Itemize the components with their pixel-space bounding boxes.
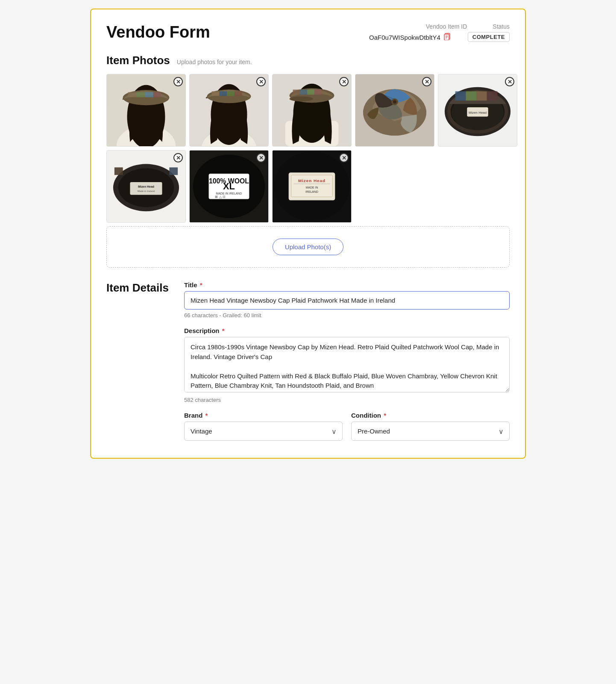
svg-rect-18 [219,91,227,96]
item-id-value: OaF0u7WISpokwDtbltY4 [369,34,440,41]
svg-rect-10 [136,92,145,97]
svg-rect-11 [145,92,153,97]
photo-6: Mizen Head Made in Ireland ✕ [106,150,186,223]
photo-8-remove[interactable]: ✕ [339,153,349,162]
page-container: Vendoo Form Vendoo Item ID Status OaF0u7… [90,9,526,459]
upload-area[interactable]: Upload Photo(s) [106,226,510,268]
condition-select[interactable]: Pre-Owned New with Tags New without Tags… [351,422,510,441]
svg-rect-9 [128,92,137,97]
brand-label: Brand * [184,412,343,419]
item-details-fields: Title * 66 characters - Grailed: 60 limi… [184,281,510,441]
photo-1: ✕ [106,74,186,147]
svg-text:MADE IN: MADE IN [306,186,318,189]
photo-8: Mizen Head MADE IN IRELAND ✕ [272,150,352,223]
item-details-label: Item Details [106,281,170,295]
condition-select-wrapper: Pre-Owned New with Tags New without Tags… [351,422,510,441]
photos-row-1: ✕ ✕ [106,74,510,147]
condition-field-group: Condition * Pre-Owned New with Tags New … [351,412,510,441]
photos-section-subtitle: Upload photos for your item. [177,59,252,65]
status-badge-wrapper: COMPLETE [468,33,510,41]
title-required-star: * [198,281,202,289]
page-header: Vendoo Form Vendoo Item ID Status OaF0u7… [106,23,510,42]
svg-text:Mizen Head: Mizen Head [298,178,326,183]
photo-5-remove[interactable]: ✕ [505,77,514,86]
svg-rect-53 [114,168,123,175]
photo-3-remove[interactable]: ✕ [339,77,349,86]
brand-select-wrapper: Vintage Mizen Head Other [184,422,343,441]
svg-rect-50 [130,182,162,195]
brand-field-group: Brand * Vintage Mizen Head Other [184,412,343,441]
item-id-label: Vendoo Item ID [426,23,467,30]
photo-6-remove[interactable]: ✕ [173,153,183,162]
item-id-row: OaF0u7WISpokwDtbltY4 [369,32,451,42]
svg-text:Mizen Head: Mizen Head [469,111,487,115]
photo-4-remove[interactable]: ✕ [422,77,431,86]
svg-rect-29 [314,90,322,95]
brand-required-star: * [203,412,208,419]
upload-button[interactable]: Upload Photo(s) [273,239,343,255]
title-field-group: Title * 66 characters - Grailed: 60 limi… [184,281,510,318]
title-input[interactable] [184,291,510,310]
svg-rect-41 [455,91,466,101]
header-right: Vendoo Item ID Status OaF0u7WISpokwDtblt… [369,23,510,42]
photo-1-remove[interactable]: ✕ [173,77,183,86]
svg-rect-42 [466,91,476,101]
title-hint: 66 characters - Grailed: 60 limit [184,312,510,318]
description-textarea[interactable]: Circa 1980s-1990s Vintage Newsboy Cap by… [184,337,510,392]
description-label: Description * [184,327,510,334]
svg-rect-43 [476,91,487,101]
photo-7: 100% WOOL XL MADE IN IRELAND ⊠ △ ⊡ ✕ [189,150,269,223]
svg-rect-44 [487,91,498,101]
svg-rect-12 [153,92,161,97]
clipboard-icon[interactable] [444,32,451,42]
condition-required-star: * [382,412,386,419]
photo-3: ✕ [272,74,352,147]
svg-text:XL: XL [223,181,235,192]
photos-row-2: Mizen Head Made in Ireland ✕ 100% WOOL [106,150,510,223]
header-meta-row: Vendoo Item ID Status [426,23,510,30]
svg-rect-26 [293,90,300,95]
svg-text:⊠ △ ⊡: ⊠ △ ⊡ [215,195,225,199]
svg-rect-20 [235,91,242,96]
photo-5: Mizen Head ✕ [438,74,517,147]
svg-rect-27 [300,90,307,95]
svg-rect-17 [211,91,219,96]
svg-rect-54 [169,168,178,175]
photos-section-header: Item Photos Upload photos for your item. [106,54,510,67]
svg-text:Mizen Head: Mizen Head [138,185,154,188]
description-required-star: * [220,327,225,334]
description-field-group: Description * Circa 1980s-1990s Vintage … [184,327,510,403]
photo-7-remove[interactable]: ✕ [256,153,266,162]
item-details-section: Item Details Title * 66 characters - Gra… [106,281,510,441]
description-hint: 582 characters [184,397,510,403]
title-label: Title * [184,281,510,289]
svg-point-25 [290,96,313,101]
svg-text:Made in Ireland: Made in Ireland [138,190,155,192]
photo-2: ✕ [189,74,269,147]
brand-condition-row: Brand * Vintage Mizen Head Other Conditi… [184,412,510,441]
condition-label: Condition * [351,412,510,419]
photo-4: ✕ [355,74,434,147]
brand-select[interactable]: Vintage Mizen Head Other [184,422,343,441]
page-title: Vendoo Form [106,23,210,41]
status-label: Status [493,23,510,30]
photos-section-title: Item Photos [106,54,170,67]
svg-rect-28 [307,90,314,95]
photo-2-remove[interactable]: ✕ [256,77,266,86]
status-badge: COMPLETE [468,32,510,42]
svg-text:IRELAND: IRELAND [305,190,318,193]
svg-rect-19 [227,91,235,96]
